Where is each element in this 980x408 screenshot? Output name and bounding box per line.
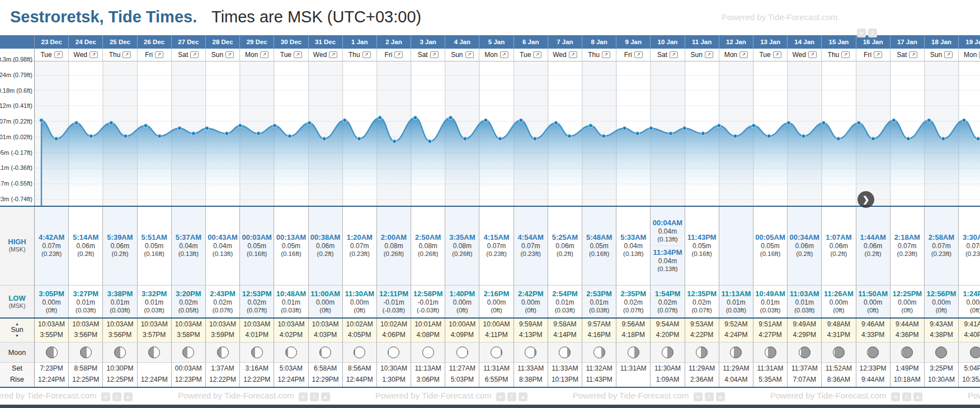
date-header[interactable]: 26 Dec bbox=[138, 35, 172, 49]
moonrise-time-cell: 5:35AM bbox=[753, 374, 788, 387]
low-tide-time: 3:38PM bbox=[107, 290, 133, 298]
date-header[interactable]: 13 Jan bbox=[753, 35, 788, 49]
date-header[interactable]: 9 Jan bbox=[616, 35, 651, 49]
expand-day-icon[interactable]: ↗ bbox=[430, 51, 439, 58]
expand-day-icon[interactable]: ↗ bbox=[362, 51, 371, 58]
date-header[interactable]: 30 Dec bbox=[274, 35, 308, 49]
expand-day-icon[interactable]: ↗ bbox=[155, 51, 163, 58]
date-header[interactable]: 18 Jan bbox=[925, 35, 959, 49]
app-icon[interactable]: w bbox=[891, 392, 900, 401]
expand-day-icon[interactable]: ↗ bbox=[465, 51, 474, 58]
date-header[interactable]: 28 Dec bbox=[206, 35, 240, 49]
date-header[interactable]: 1 Jan bbox=[343, 35, 377, 49]
date-header[interactable]: 11 Jan bbox=[685, 35, 719, 49]
high-tide-cell: 5:33AM0.04m(0.13ft) bbox=[616, 206, 651, 285]
date-header[interactable]: 23 Dec bbox=[35, 35, 69, 49]
moonset-time-cell: 11:31AM bbox=[616, 362, 651, 374]
download-icon[interactable]: ⇩ bbox=[112, 392, 121, 401]
tide-table-wrap: HIGH (MSK) LOW (MSK) ▲ Sun ▼ Moon Set Ri… bbox=[0, 35, 980, 388]
sunset-time: 4:03PM bbox=[309, 330, 342, 340]
date-header[interactable]: 6 Jan bbox=[514, 35, 548, 49]
expand-day-icon[interactable]: ↗ bbox=[841, 51, 850, 58]
day-label: Wed bbox=[313, 51, 327, 59]
download-icon[interactable]: ⇩ bbox=[310, 392, 319, 401]
expand-day-icon[interactable]: ↗ bbox=[739, 51, 748, 58]
moonrise-time-cell: 6:55PM bbox=[479, 374, 513, 387]
sun-times-cell: 10:03AM3:59PM bbox=[206, 317, 240, 342]
expand-day-icon[interactable]: ↗ bbox=[394, 51, 403, 58]
date-header[interactable]: 3 Jan bbox=[411, 35, 445, 49]
footer-watermark: Powered by Tide-Forecast.com w⇩▲ bbox=[375, 391, 527, 401]
expand-day-icon[interactable]: ↗ bbox=[294, 51, 302, 58]
expand-day-icon[interactable]: ↗ bbox=[634, 51, 643, 58]
expand-day-icon[interactable]: ↗ bbox=[329, 51, 337, 58]
moonrise-time-cell: 12:22PM bbox=[240, 374, 274, 387]
share-icons[interactable]: w⇩ bbox=[855, 27, 877, 37]
low-tide-height-ft: (-0.03ft) bbox=[413, 306, 443, 314]
expand-day-icon[interactable]: ↗ bbox=[190, 51, 199, 58]
download-icon[interactable]: ⇩ bbox=[705, 392, 714, 401]
date-header[interactable]: 8 Jan bbox=[582, 35, 616, 49]
expand-day-icon[interactable]: ↗ bbox=[705, 51, 713, 58]
expand-day-icon[interactable]: ↗ bbox=[808, 51, 817, 58]
day-label: Mon bbox=[724, 51, 737, 59]
expand-day-icon[interactable]: ↗ bbox=[909, 51, 917, 58]
high-tide-height-ft: (0.2ft) bbox=[107, 250, 133, 258]
date-header[interactable]: 15 Jan bbox=[822, 35, 856, 49]
app-store-icon[interactable]: ▲ bbox=[519, 392, 527, 401]
day-label: Wed bbox=[74, 51, 87, 59]
download-icon[interactable]: ⇩ bbox=[507, 392, 516, 401]
expand-day-icon[interactable]: ↗ bbox=[773, 51, 781, 58]
scroll-next-button[interactable]: ❯ bbox=[858, 191, 874, 208]
expand-day-icon[interactable]: ↗ bbox=[260, 51, 268, 58]
app-icon[interactable]: w bbox=[694, 392, 703, 401]
date-header[interactable]: 10 Jan bbox=[651, 35, 685, 49]
expand-day-icon[interactable]: ↗ bbox=[225, 51, 234, 58]
date-header[interactable]: 25 Dec bbox=[103, 35, 137, 49]
expand-day-icon[interactable]: ↗ bbox=[500, 51, 508, 58]
app-store-icon[interactable]: ▲ bbox=[321, 392, 330, 401]
moonset-time-cell: 11:33AM bbox=[548, 362, 582, 374]
expand-day-icon[interactable]: ↗ bbox=[533, 51, 541, 58]
expand-day-icon[interactable]: ↗ bbox=[54, 51, 63, 58]
app-icon[interactable]: w bbox=[299, 392, 308, 401]
moon-phase-cell bbox=[343, 342, 377, 362]
date-header[interactable]: 27 Dec bbox=[172, 35, 206, 49]
moon-phase-cell bbox=[788, 342, 822, 362]
app-icon[interactable]: w bbox=[496, 392, 505, 401]
expand-day-icon[interactable]: ↗ bbox=[874, 51, 882, 58]
low-tide-height-m: 0.02m bbox=[210, 298, 235, 306]
date-header[interactable]: 2 Jan bbox=[377, 35, 411, 49]
download-icon[interactable]: ⇩ bbox=[902, 392, 911, 401]
date-header[interactable]: 5 Jan bbox=[479, 35, 513, 49]
date-header[interactable]: 12 Jan bbox=[719, 35, 753, 49]
expand-day-icon[interactable]: ↗ bbox=[602, 51, 610, 58]
download-icon[interactable]: ⇩ bbox=[868, 29, 877, 37]
moonrise-time-cell: 8:36AM bbox=[822, 374, 856, 387]
moon-phase-icon bbox=[182, 347, 194, 358]
day-label: Thu bbox=[348, 51, 360, 59]
date-header[interactable]: 4 Jan bbox=[445, 35, 479, 49]
app-store-icon[interactable]: ▲ bbox=[913, 392, 922, 401]
app-store-icon[interactable]: ▲ bbox=[124, 392, 133, 401]
sunrise-time: 9:53AM bbox=[685, 319, 719, 330]
date-header[interactable]: 17 Jan bbox=[891, 35, 925, 49]
high-tide-cell: 2:18AM0.07m(0.23ft) bbox=[891, 206, 925, 285]
app-store-icon[interactable]: ▲ bbox=[716, 392, 725, 401]
date-header[interactable]: 29 Dec bbox=[240, 35, 274, 49]
expand-day-icon[interactable]: ↗ bbox=[569, 51, 577, 58]
date-header[interactable]: 24 Dec bbox=[69, 35, 103, 49]
expand-day-icon[interactable]: ↗ bbox=[944, 51, 953, 58]
date-header[interactable]: 31 Dec bbox=[309, 35, 343, 49]
bottom-scrollbar[interactable] bbox=[0, 405, 980, 408]
expand-day-icon[interactable]: ↗ bbox=[123, 51, 131, 58]
date-header[interactable]: 14 Jan bbox=[788, 35, 822, 49]
app-icon[interactable]: w bbox=[101, 392, 110, 401]
share-icon[interactable]: w bbox=[857, 29, 866, 37]
sunrise-time: 10:03AM bbox=[69, 319, 102, 330]
expand-day-icon[interactable]: ↗ bbox=[670, 51, 678, 58]
date-header[interactable]: 7 Jan bbox=[548, 35, 582, 49]
date-header[interactable]: 19 Jan bbox=[959, 35, 980, 49]
high-tide-time: 00:38AM bbox=[310, 233, 340, 242]
expand-day-icon[interactable]: ↗ bbox=[89, 51, 98, 58]
